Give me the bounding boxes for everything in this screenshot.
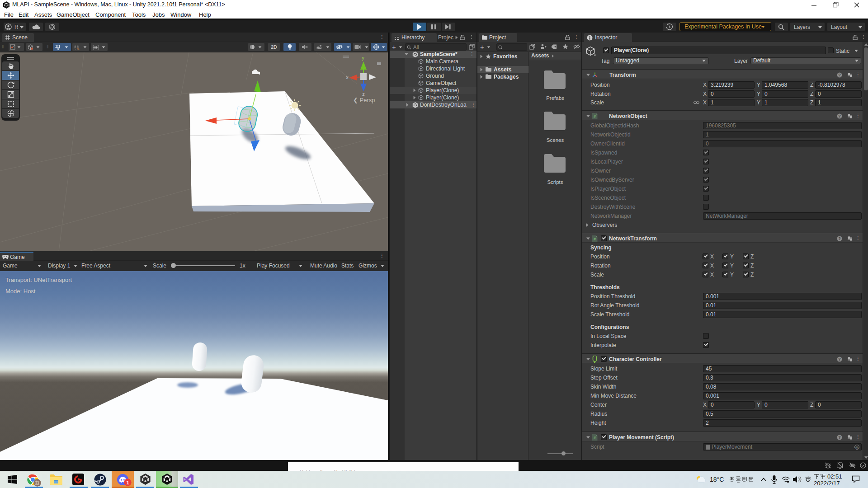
svg-text:❮ Persp: ❮ Persp [353, 97, 375, 104]
svg-text:#: # [594, 114, 596, 119]
svg-text:?: ? [838, 435, 841, 440]
svg-text:z: z [362, 91, 365, 97]
svg-text:#: # [594, 436, 596, 440]
svg-text:x: x [346, 75, 349, 80]
svg-text:?: ? [838, 236, 841, 241]
svg-text:Transport: UNetTransport: Transport: UNetTransport [5, 277, 72, 283]
svg-text:Mode: Host: Mode: Host [5, 288, 36, 295]
svg-text:#: # [594, 237, 596, 241]
svg-text:?: ? [838, 114, 841, 118]
svg-text:?: ? [838, 357, 841, 361]
svg-text:y: y [362, 55, 364, 61]
svg-text:?: ? [838, 73, 841, 77]
svg-text:Y: Y [57, 47, 60, 51]
svg-text:1: 1 [126, 480, 129, 485]
